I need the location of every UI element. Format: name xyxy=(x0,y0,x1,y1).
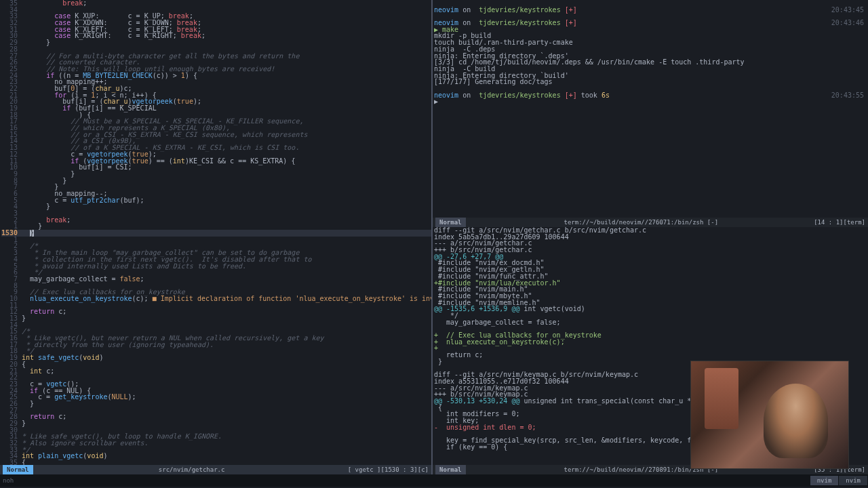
tab-bar: noh nvimnvim xyxy=(0,474,868,487)
cursor-position: [1530 : 3][c] xyxy=(381,465,429,474)
terminal-line: neovim on tjdevries/keystrokes [+]20:43:… xyxy=(433,7,868,14)
code-line[interactable]: 1530 } xyxy=(1,230,431,237)
code-line[interactable]: 1 xyxy=(1,237,431,243)
code-line[interactable]: 5 * avoid internally used Lists and Dict… xyxy=(1,263,431,270)
line-number: 8 xyxy=(1,178,22,184)
line-number: 5 xyxy=(1,197,22,204)
editor-pane[interactable]: 35 break;3433 case K_XUP: c = K_UP; brea… xyxy=(0,0,431,474)
line-number: 9 xyxy=(1,171,22,178)
timestamp: 20:43:46 xyxy=(831,20,864,26)
line-number: 7 xyxy=(1,276,22,283)
code-line[interactable]: 32* Also ignore scrollbar events. xyxy=(1,440,431,447)
code-line[interactable]: 28 return c; xyxy=(1,413,431,420)
code-line[interactable]: 7 may_garbage_collect = false; xyxy=(1,276,431,283)
timestamp: 20:43:45 xyxy=(831,7,864,14)
code-area[interactable]: 35 break;3433 case K_XUP: c = K_UP; brea… xyxy=(0,0,431,465)
line-number: 2 xyxy=(1,217,22,224)
command-line[interactable]: noh xyxy=(0,477,14,484)
code-line[interactable]: 17 * directly from the user (ignoring ty… xyxy=(1,342,431,348)
line-number: 6 xyxy=(1,269,22,276)
line-number: 1530 xyxy=(1,230,22,237)
diff-line: may_garbage_collect = false; xyxy=(433,319,868,326)
webcam-overlay xyxy=(690,361,849,469)
line-number: 10 xyxy=(1,164,22,171)
diff-line: + xyxy=(433,345,868,352)
line-number: 7 xyxy=(1,184,22,190)
terminal-line: neovim on tjdevries/keystrokes [+] took … xyxy=(433,92,868,99)
code-line[interactable]: 26 } xyxy=(1,401,431,407)
diff-line: + nlua_execute_on_keystroke(c); xyxy=(433,339,868,346)
line-number: 35 xyxy=(1,460,22,465)
code-line[interactable]: 20{ xyxy=(1,361,431,368)
code-line[interactable]: 30 case K_XRIGHT: c = K_RIGHT; break; xyxy=(1,33,431,39)
terminal-line: ▶ make xyxy=(433,26,868,33)
line-number: 4 xyxy=(1,256,22,263)
editor-statusline: Normal src/nvim/getchar.c [ vgetc ] [153… xyxy=(0,465,431,474)
terminal-line: [3/3] cd /home/tj/build/neovim/.deps && … xyxy=(433,59,868,66)
code-line[interactable]: 35 break; xyxy=(1,0,431,7)
line-number: 8 xyxy=(1,283,22,289)
code-line[interactable]: 13} xyxy=(1,315,431,322)
file-name: src/nvim/getchar.c xyxy=(36,465,348,474)
code-line[interactable]: 1 } xyxy=(1,223,431,230)
terminal-line: touch build/.ran-third-party-cmake xyxy=(433,39,868,46)
line-number: 6 xyxy=(1,190,22,197)
terminal-build-pane[interactable]: neovim on tjdevries/keystrokes [+]20:43:… xyxy=(433,0,868,227)
tab-nvim[interactable]: nvim xyxy=(839,476,867,485)
terminal-top-statusline: Normal term://~/build/neovim//276071:/bi… xyxy=(433,218,868,227)
timestamp: 20:43:55 xyxy=(831,92,864,99)
terminal-line: [177/177] Generating doc/tags xyxy=(433,79,868,85)
code-line[interactable]: 29 } xyxy=(1,39,431,46)
code-line[interactable]: 21 int c; xyxy=(1,368,431,375)
terminal-line: neovim on tjdevries/keystrokes [+]20:43:… xyxy=(433,20,868,26)
line-number: 5 xyxy=(1,263,22,270)
code-line[interactable]: 2 break; xyxy=(1,217,431,224)
code-line[interactable]: 35{ xyxy=(1,460,431,465)
code-line[interactable]: 12 return c; xyxy=(1,308,431,315)
code-line[interactable]: 25 c = get_keystroke(NULL); xyxy=(1,394,431,401)
code-line[interactable]: 8 } xyxy=(1,178,431,184)
code-line[interactable]: 19int safe_vgetc(void) xyxy=(1,354,431,361)
line-number: 2 xyxy=(1,243,22,249)
diff-line: return c; xyxy=(433,352,868,359)
diff-line: @@ -1535,6 +1536,9 @@ int vgetc(void) xyxy=(433,306,868,312)
code-line[interactable]: 4 } xyxy=(1,203,431,210)
code-line[interactable]: 34int plain_vgetc(void) xyxy=(1,453,431,460)
line-number: 4 xyxy=(1,203,22,210)
code-line[interactable]: 29} xyxy=(1,420,431,427)
line-number: 3 xyxy=(1,249,22,256)
code-line[interactable]: 14 xyxy=(1,322,431,329)
code-line[interactable]: 10 nlua_execute_on_keystroke(c); ■ Impli… xyxy=(1,296,431,302)
terminal-line: ▶ xyxy=(433,98,868,105)
line-number: 1 xyxy=(1,237,22,243)
function-scope: [ vgetc ] xyxy=(348,465,381,474)
code-line[interactable]: 5 c = utf_ptr2char(buf); xyxy=(1,197,431,204)
tab-nvim[interactable]: nvim xyxy=(810,476,839,485)
mode-indicator: Normal xyxy=(3,465,33,474)
line-number: 3 xyxy=(1,210,22,217)
